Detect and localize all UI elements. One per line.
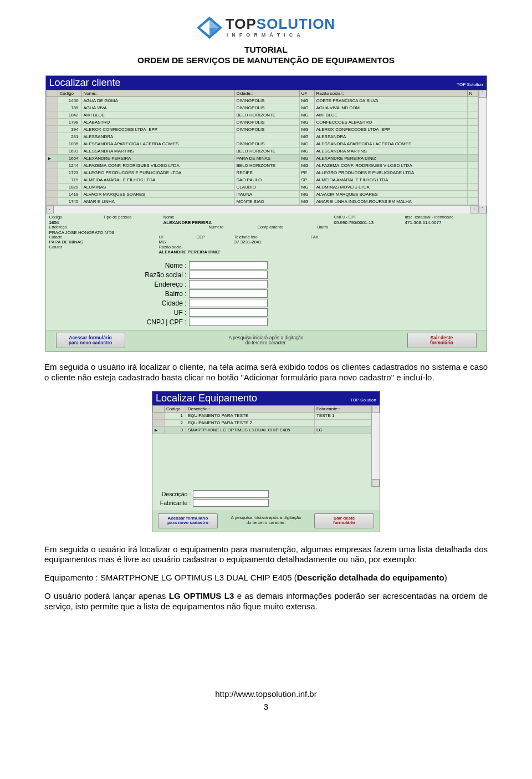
table-row[interactable]: 2EQUIPAMENTO PARA TESTE 2 (153, 419, 371, 426)
search-field-label: Endereço : (134, 281, 187, 288)
table-row[interactable]: 1035ALESSANDRA APARECIDA LACERDA GOMESDI… (46, 140, 478, 147)
table-row[interactable]: 1829ALUMINASCLAUDIOMGALUMINAS MOVEIS LTD… (46, 184, 478, 191)
equipamentos-grid[interactable]: Código Descrição:: Fabricante:: 1EQUIPAM… (152, 405, 371, 434)
novo-cadastro-button[interactable]: Acessar formuláriopara novo cadastro (56, 333, 125, 348)
table-row[interactable]: 719ALMEIDA AMARAL E FILHOS LTDASAO PAULO… (46, 176, 478, 184)
search-input[interactable] (193, 499, 269, 507)
paragraph-3: Equipamento : SMARTPHONE LG OPTIMUS L3 D… (44, 573, 488, 583)
search-field-label: Cidade : (134, 299, 187, 307)
search-input[interactable] (193, 490, 269, 498)
sair-button[interactable]: Sair desteformulário (407, 333, 477, 348)
localizar-equipamento-dialog: Localizar Equipamento TOP Solution Códig… (152, 391, 380, 532)
search-input[interactable] (189, 299, 268, 307)
sair-button[interactable]: Sair desteformulário (314, 513, 374, 528)
table-row[interactable]: 1745AMAR E LINHAMONTE SIAOMGAMAR E LINHA… (46, 198, 478, 205)
table-row[interactable]: 1244ALFAZEMA-CONF. RODRIGUES VILOSO LTDA… (46, 162, 478, 169)
h-scrollbar[interactable]: ‹› (46, 205, 478, 213)
table-row[interactable]: 1450AGUA DE GOMADIVINOPOLISMGODETE FRANC… (46, 97, 478, 104)
v-scrollbar[interactable]: ˄˅ (371, 405, 380, 487)
search-field-label: Descrição : (152, 491, 191, 497)
search-field-label: CNPJ | CPF : (134, 318, 187, 326)
search-field-label: UF : (134, 309, 187, 317)
cliente-detail-panel: Código1654 Tipo de pessoa NomeALEXANDRE … (46, 213, 487, 258)
table-row[interactable]: 785AGUA VIVADIVINOPOLISMGAGUA VIVA IND C… (46, 104, 478, 111)
table-row[interactable]: 281ALESSANDRAMGALESSANDRA (46, 133, 478, 140)
search-field-label: Bairro : (134, 290, 187, 298)
dialog-tag: TOP Solution (457, 82, 483, 89)
table-row[interactable]: 1EQUIPAMENTO PARA TESTETESTE 1 (153, 412, 371, 419)
search-input[interactable] (189, 318, 268, 326)
logo-sub: INFORMÁTICA (227, 32, 304, 38)
search-field-label: Razão social : (134, 271, 187, 279)
logo: TOPSOLUTION INFORMÁTICA (44, 17, 488, 40)
table-row[interactable]: 3SMARTPHONE LG OPTIMUS L3 DUAL CHIP E405… (153, 426, 371, 434)
logo-brand-2: SOLUTION (257, 16, 335, 32)
table-row[interactable]: 1723ALLEGRO PRODUCOES E PUBLICIDADE LTDA… (46, 169, 478, 176)
table-row[interactable]: 394ALEROX CONFECCOES LTDA -EPPDIVINOPOLI… (46, 126, 478, 133)
search-hint: A pesquisa iniciará após a digitação do … (228, 335, 303, 346)
localizar-cliente-dialog: Localizar cliente TOP Solution Código No… (45, 75, 487, 352)
table-row[interactable]: 1654ALEXANDRE PEREIRAPARA DE MINASMGALEX… (46, 155, 478, 162)
paragraph-2: Em seguida o usuário irá localizar o equ… (44, 544, 488, 566)
paragraph-4: O usuário poderá lançar apenas LG OPTIMU… (44, 591, 488, 612)
table-row[interactable]: 1419ALVACIR MARQUES SOARESITAUNAMGALVACI… (46, 191, 478, 198)
search-input[interactable] (189, 271, 268, 279)
novo-cadastro-button[interactable]: Acessar formuláriopara novo cadastro (158, 513, 218, 528)
search-field-label: Nome : (134, 262, 187, 269)
search-input[interactable] (189, 280, 268, 288)
table-row[interactable]: 1042AIKI BLUEBELO HORIZONTEMGAIKI BLUE (46, 111, 478, 119)
search-field-label: Fabricante : (152, 500, 191, 506)
dialog-title: Localizar cliente (49, 77, 121, 89)
paragraph-1: Em seguida o usuário irá localizar o cli… (44, 362, 488, 383)
clientes-grid[interactable]: Código Nome:: Cidade:: UF Razão social::… (46, 90, 478, 205)
footer-url: http://www.topsolution.inf.br (44, 689, 488, 699)
table-row[interactable]: 1799ALABASTRODIVINOPOLISMGCONFECCOES ALB… (46, 119, 478, 126)
search-hint: A pesquisa iniciará após a digitação do … (231, 516, 301, 526)
search-input[interactable] (189, 261, 268, 269)
logo-brand-1: TOP (226, 16, 257, 32)
dialog-title: Localizar Equipamento (156, 393, 257, 404)
page-number: 3 (44, 702, 488, 711)
search-input[interactable] (189, 308, 268, 317)
logo-icon (197, 17, 222, 39)
table-row[interactable]: 1693ALESSANDRA MARTINSBELO HORIZONTEMGAL… (46, 147, 478, 155)
v-scrollbar[interactable]: ˄˅ (478, 90, 487, 213)
search-input[interactable] (189, 289, 268, 298)
dialog-tag: TOP Solution (350, 398, 376, 404)
doc-title: TUTORIAL ORDEM DE SERVIÇOS DE MANUTENÇÃO… (44, 45, 488, 65)
